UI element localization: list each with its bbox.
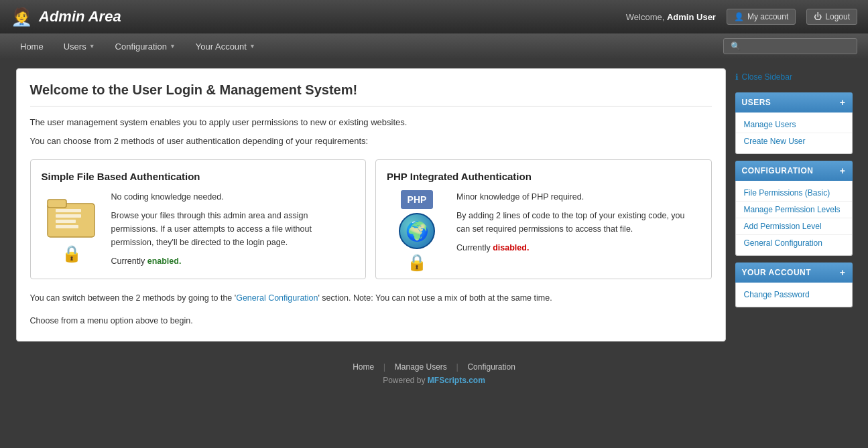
- sidebar-section-account: YOUR ACCOUNT + Change Password: [735, 263, 853, 307]
- welcome-text: Welcome, Admin User: [626, 12, 716, 22]
- sidebar-section-users-body: Manage Users Create New User: [735, 113, 853, 154]
- auth-box-simple: Simple File Based Authentication: [30, 159, 367, 279]
- php-auth-icon: PHP 🌍 🔒: [387, 190, 447, 264]
- auth-box-php-title: PHP Integrated Authentication: [387, 171, 700, 182]
- app-logo-icon: 🧑‍💼: [11, 7, 32, 27]
- logout-button[interactable]: ⏻ Logout: [806, 9, 857, 25]
- globe-icon: 🌍: [399, 213, 435, 249]
- welcome-user: Admin User: [667, 12, 716, 22]
- plus-icon: +: [840, 97, 846, 108]
- header: 🧑‍💼 Admin Area Welcome, Admin User 👤 My …: [0, 0, 868, 33]
- svg-rect-5: [56, 225, 78, 228]
- status-badge-disabled: disabled.: [493, 243, 529, 252]
- footer-links: Home | Manage Users | Configuration: [0, 362, 868, 372]
- nav-item-home[interactable]: Home: [11, 36, 53, 57]
- switch-note: You can switch between the 2 methods by …: [30, 291, 712, 305]
- begin-note: Choose from a menu option above to begin…: [30, 314, 712, 327]
- file-auth-icon: 🔒: [42, 190, 102, 264]
- plus-icon: +: [840, 267, 846, 278]
- sidebar-section-users-title: USERS: [742, 98, 771, 107]
- sidebar-section-users-header: USERS +: [735, 92, 853, 113]
- sidebar-section-users: USERS + Manage Users Create New User: [735, 92, 853, 154]
- close-sidebar-button[interactable]: ℹ Close Sidebar: [735, 68, 853, 86]
- footer: Home | Manage Users | Configuration Powe…: [0, 354, 868, 393]
- auth-box-php-content: PHP 🌍 🔒 Minor knowledge of PHP required.…: [387, 190, 700, 264]
- sidebar-item-manage-users[interactable]: Manage Users: [736, 117, 852, 133]
- welcome-prefix: Welcome,: [626, 12, 665, 22]
- svg-rect-4: [56, 220, 76, 223]
- sidebar-item-general-config[interactable]: General Configuration: [736, 235, 852, 251]
- sidebar: ℹ Close Sidebar USERS + Manage Users Cre…: [735, 68, 853, 342]
- my-account-button[interactable]: 👤 My account: [727, 9, 796, 25]
- intro-paragraph-1: The user management system enables you t…: [30, 116, 712, 129]
- plus-icon: +: [840, 165, 846, 176]
- sidebar-item-file-permissions[interactable]: File Permissions (Basic): [736, 185, 852, 202]
- status-badge-enabled: enabled.: [147, 256, 182, 266]
- sidebar-item-create-user[interactable]: Create New User: [736, 133, 852, 149]
- navigation: Home Users ▼ Configuration ▼ Your Accoun…: [0, 33, 868, 59]
- sidebar-item-manage-permissions[interactable]: Manage Permission Levels: [736, 202, 852, 218]
- header-left: 🧑‍💼 Admin Area: [11, 7, 121, 27]
- sidebar-section-config-header: CONFIGURATION +: [735, 161, 853, 181]
- general-config-link[interactable]: General Configuration: [236, 293, 318, 303]
- sidebar-section-config-title: CONFIGURATION: [742, 166, 814, 175]
- lock-icon: 🔒: [62, 244, 82, 263]
- chevron-down-icon: ▼: [170, 43, 176, 50]
- footer-divider: |: [383, 362, 388, 372]
- auth-grid: Simple File Based Authentication: [30, 159, 712, 279]
- intro-paragraph-2: You can choose from 2 methods of user au…: [30, 135, 712, 148]
- sidebar-section-account-title: YOUR ACCOUNT: [742, 268, 812, 277]
- sidebar-section-account-header: YOUR ACCOUNT +: [735, 263, 853, 283]
- my-account-label: My account: [747, 12, 788, 21]
- info-icon: ℹ: [735, 72, 739, 82]
- user-icon: 👤: [734, 12, 744, 21]
- chevron-down-icon: ▼: [89, 43, 95, 50]
- nav-items: Home Users ▼ Configuration ▼ Your Accoun…: [11, 36, 265, 57]
- folder-svg-icon: [46, 190, 97, 240]
- svg-rect-3: [56, 214, 81, 218]
- sidebar-section-account-body: Change Password: [735, 283, 853, 307]
- footer-link-manage-users[interactable]: Manage Users: [388, 362, 454, 372]
- nav-item-users[interactable]: Users ▼: [54, 36, 105, 57]
- auth-box-simple-text: No coding knowledge needed. Browse your …: [111, 190, 355, 268]
- php-badge: PHP: [401, 190, 434, 209]
- auth-box-php: PHP Integrated Authentication PHP 🌍 🔒: [375, 159, 712, 279]
- page-title: Welcome to the User Login & Management S…: [30, 82, 712, 106]
- footer-link-home[interactable]: Home: [346, 362, 381, 372]
- sidebar-section-configuration: CONFIGURATION + File Permissions (Basic)…: [735, 161, 853, 256]
- nav-item-configuration[interactable]: Configuration ▼: [106, 36, 185, 57]
- app-title: Admin Area: [39, 8, 121, 25]
- auth-box-simple-content: 🔒 No coding knowledge needed. Browse you…: [42, 190, 355, 268]
- footer-link-configuration[interactable]: Configuration: [460, 362, 521, 372]
- content-area: Welcome to the User Login & Management S…: [16, 68, 726, 342]
- close-sidebar-label: Close Sidebar: [742, 72, 792, 82]
- search-input[interactable]: [723, 38, 857, 54]
- nav-item-your-account[interactable]: Your Account ▼: [186, 36, 265, 57]
- auth-box-php-text: Minor knowledge of PHP required. By addi…: [456, 190, 700, 254]
- svg-rect-2: [56, 209, 81, 212]
- header-right: Welcome, Admin User 👤 My account ⏻ Logou…: [626, 9, 857, 25]
- auth-box-simple-title: Simple File Based Authentication: [42, 171, 355, 182]
- logout-label: Logout: [825, 12, 850, 21]
- sidebar-item-add-permission[interactable]: Add Permission Level: [736, 218, 852, 235]
- chevron-down-icon: ▼: [249, 43, 255, 50]
- lock-icon-php: 🔒: [407, 253, 427, 272]
- svg-rect-1: [48, 200, 66, 208]
- mfscripts-link[interactable]: MFScripts.com: [428, 376, 485, 385]
- footer-powered: Powered by MFScripts.com: [0, 376, 868, 385]
- main-container: Welcome to the User Login & Management S…: [5, 59, 863, 351]
- power-icon: ⏻: [814, 12, 822, 21]
- sidebar-item-change-password[interactable]: Change Password: [736, 287, 852, 303]
- sidebar-section-config-body: File Permissions (Basic) Manage Permissi…: [735, 181, 853, 256]
